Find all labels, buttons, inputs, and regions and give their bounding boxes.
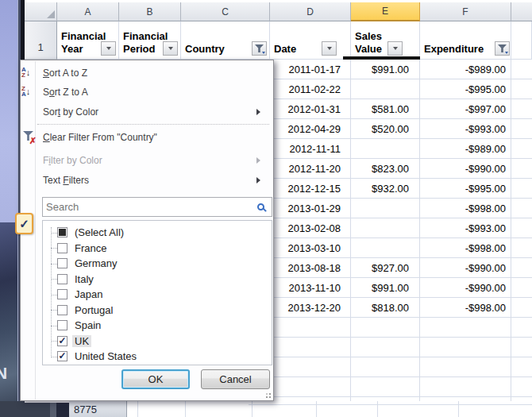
cell[interactable] [511,179,532,199]
cell[interactable]: 2012-12-15 [270,179,351,199]
cell[interactable] [511,377,532,397]
cell[interactable] [351,199,420,218]
checkbox-unchecked[interactable] [57,305,67,315]
cell[interactable]: -$993.00 [420,218,511,238]
header-cell-expenditure[interactable]: Expenditure [420,21,511,60]
cell[interactable] [511,278,532,298]
cell[interactable] [511,258,532,278]
autofilter-dropdown-button[interactable] [101,41,116,56]
filter-list-item[interactable]: Japan [43,287,270,302]
column-header-f[interactable]: F [420,2,511,21]
cell[interactable]: 2013-02-08 [270,218,351,238]
search-input[interactable] [43,201,257,213]
cell[interactable]: 2011-01-17 [270,60,351,79]
header-cell-financial-year[interactable]: Financial Year [57,21,119,60]
header-cell-sales-value[interactable]: Sales Value [351,21,420,60]
autofilter-dropdown-button[interactable] [387,41,403,56]
cell[interactable]: 2012-04-29 [270,119,351,139]
cell[interactable]: 2013-08-18 [270,258,351,278]
cell[interactable] [511,298,532,318]
cell[interactable] [351,377,420,397]
cell[interactable]: -$998.00 [420,199,511,218]
cell[interactable] [511,218,532,238]
cell[interactable]: 2013-01-29 [270,199,351,218]
cell[interactable] [511,99,532,119]
filter-list-item[interactable]: Portugal [43,303,270,318]
cell[interactable] [351,318,420,338]
search-icon[interactable] [257,203,264,210]
header-cell-country[interactable]: Country [181,21,270,60]
column-header-g[interactable] [511,2,532,21]
cell[interactable]: $823.00 [351,159,420,179]
cell[interactable]: $520.00 [351,119,420,139]
cell[interactable]: 2013-03-10 [270,238,351,258]
checkbox-unchecked[interactable] [57,289,67,299]
cell[interactable] [511,79,532,99]
cell[interactable]: 2013-12-20 [270,298,351,318]
ok-button[interactable]: OK [121,369,190,389]
cell[interactable]: -$998.00 [420,298,511,318]
filter-list-item[interactable]: Germany [43,256,270,271]
cell[interactable] [511,159,532,179]
cell[interactable]: $991.00 [351,60,420,79]
cell[interactable]: -$995.00 [420,79,511,99]
cell[interactable]: -$995.00 [420,179,511,199]
cell[interactable]: $932.00 [351,179,420,199]
cell[interactable]: -$997.00 [420,99,511,119]
autofilter-funnel-button[interactable] [252,41,267,56]
filter-list-item[interactable]: Spain [43,318,270,333]
cell[interactable]: $927.00 [351,258,420,278]
cell[interactable] [511,199,532,218]
checkbox-checked[interactable]: ✓ [57,336,67,346]
menu-item-sort-z-to-a[interactable]: Sort Z to A [43,83,268,100]
checkbox-unchecked[interactable] [57,243,67,253]
cell[interactable] [270,318,351,338]
cell[interactable] [351,338,420,357]
cell[interactable] [270,338,351,357]
cell[interactable]: $991.00 [351,278,420,298]
cell[interactable]: -$998.00 [420,238,511,258]
cell[interactable] [511,119,532,139]
menu-item-sort-by-color[interactable]: Sort by Color [43,103,268,120]
cell[interactable] [270,357,351,377]
row-header-1[interactable]: 1 [25,21,57,60]
column-header-e-selected[interactable]: E [351,2,420,21]
checkbox-checked[interactable]: ✓ [57,351,67,361]
column-header-b[interactable]: B [119,2,181,21]
filter-list-item[interactable]: France [43,241,270,256]
cell[interactable]: -$989.00 [420,139,511,159]
cell[interactable] [420,357,511,377]
checkbox-unchecked[interactable] [57,274,67,284]
cell[interactable] [270,377,351,397]
autofilter-funnel-button[interactable] [495,41,510,56]
cell[interactable]: -$993.00 [420,119,511,139]
header-cell-empty[interactable] [511,21,532,60]
cell[interactable]: 2012-01-31 [270,99,351,119]
cell[interactable] [351,79,420,99]
column-header-a[interactable]: A [57,2,119,21]
header-cell-financial-period[interactable]: Financial Period [119,21,181,60]
autofilter-dropdown-button[interactable] [163,41,178,56]
cell[interactable] [420,377,511,397]
menu-item-text-filters[interactable]: Text Filters [43,172,268,188]
cell[interactable]: 2012-11-11 [270,139,351,159]
menu-item-sort-a-to-z[interactable]: Sort A to Z [43,64,268,81]
column-header-d[interactable]: D [270,2,351,21]
cell[interactable] [511,139,532,159]
filter-list-item[interactable]: (Select All) [43,225,270,240]
menu-item-clear-filter[interactable]: Clear Filter From "Country" [43,129,268,145]
cell[interactable] [511,357,532,377]
cell[interactable]: -$990.00 [420,159,511,179]
checkmark-button[interactable]: ✓ [15,213,33,234]
cell[interactable]: $818.00 [351,298,420,318]
cell[interactable]: 2012-11-20 [270,159,351,179]
column-header-c[interactable]: C [181,2,270,21]
checkbox-unchecked[interactable] [57,258,67,268]
cell[interactable] [511,60,532,79]
cell[interactable] [351,357,420,377]
cancel-button[interactable]: Cancel [201,369,270,389]
header-cell-date[interactable]: Date [270,21,351,60]
cell[interactable] [511,238,532,258]
cell[interactable]: $581.00 [351,99,420,119]
cell[interactable]: -$990.00 [420,258,511,278]
